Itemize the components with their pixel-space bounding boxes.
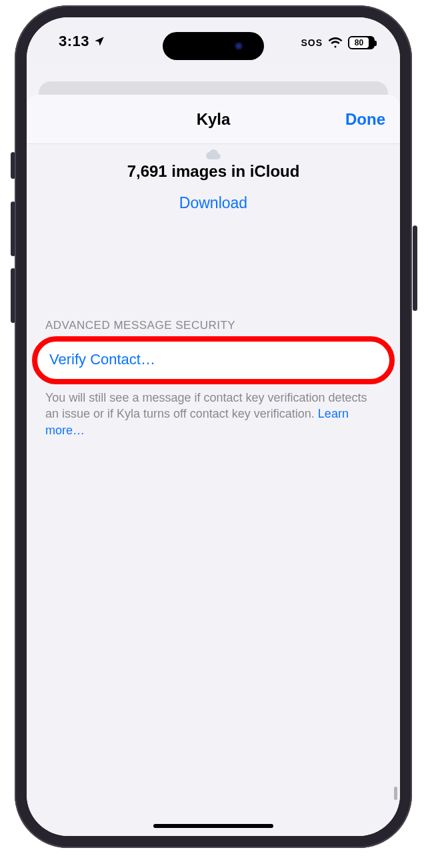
- sheet-title: Kyla: [197, 110, 231, 129]
- screen: 3:13 SOS 80 Kyla Done: [27, 17, 400, 836]
- contact-sheet: Kyla Done 7,691 images in iCloud Downloa…: [27, 95, 400, 836]
- scroll-indicator: [394, 787, 397, 800]
- phone-frame: 3:13 SOS 80 Kyla Done: [15, 5, 412, 848]
- verify-contact-button[interactable]: Verify Contact…: [35, 339, 392, 380]
- dynamic-island: [163, 32, 264, 60]
- section-footer-text: You will still see a message if contact …: [27, 380, 400, 438]
- icloud-icon: [27, 144, 400, 159]
- battery-icon: 80: [348, 36, 375, 49]
- battery-percent: 80: [355, 38, 363, 47]
- download-button[interactable]: Download: [27, 194, 400, 212]
- sos-indicator: SOS: [301, 37, 323, 48]
- power-button[interactable]: [413, 226, 417, 311]
- section-header-advanced-security: ADVANCED MESSAGE SECURITY: [27, 319, 400, 339]
- wifi-icon: [328, 37, 343, 48]
- done-button[interactable]: Done: [345, 110, 385, 129]
- location-icon: [93, 35, 105, 47]
- status-time: 3:13: [59, 33, 89, 50]
- sheet-header: Kyla Done: [27, 95, 400, 144]
- home-indicator[interactable]: [153, 824, 273, 828]
- sheet-body: 7,691 images in iCloud Download ADVANCED…: [27, 144, 400, 438]
- icloud-images-count: 7,691 images in iCloud: [27, 162, 400, 181]
